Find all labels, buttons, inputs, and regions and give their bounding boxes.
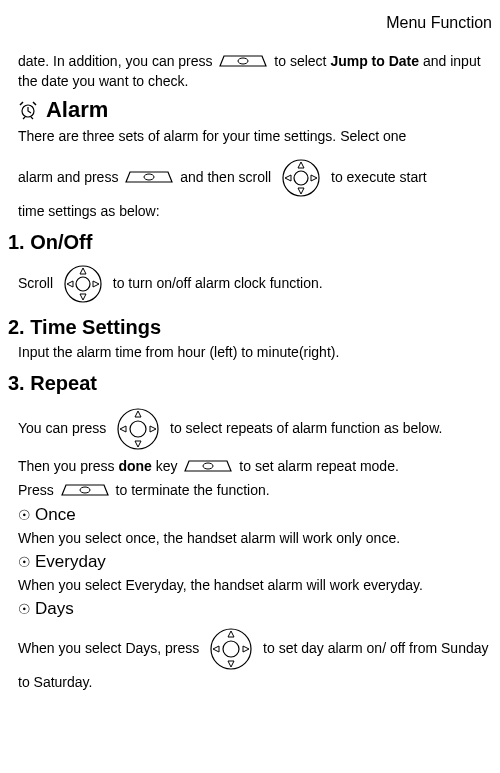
page-header: Menu Function	[8, 14, 492, 32]
onoff-body: Scroll to turn on/off alarm clock functi…	[18, 262, 492, 306]
svg-point-4	[294, 171, 308, 185]
repeat-line1: You can press to select repeats of alarm…	[18, 405, 492, 453]
svg-point-5	[65, 266, 101, 302]
nav-wheel-icon	[205, 625, 257, 673]
repeat-line3b: to terminate the function.	[116, 482, 270, 498]
svg-point-9	[203, 463, 213, 469]
nav-wheel-icon	[59, 262, 107, 306]
repeat-line3: Press to terminate the function.	[18, 481, 492, 501]
intro-text-1: date. In addition, you can press	[18, 53, 216, 69]
intro-bold: Jump to Date	[330, 53, 419, 69]
alarm-line3: time settings as below:	[18, 202, 492, 221]
bullet-icon: ☉	[18, 601, 31, 617]
repeat-line2c: to set alarm repeat mode.	[239, 458, 399, 474]
days-title-row: ☉ Days	[18, 599, 492, 619]
alarm-line1: There are three sets of alarm for your t…	[18, 127, 492, 146]
svg-point-7	[118, 409, 158, 449]
days-body-a: When you select Days, press	[18, 640, 203, 656]
timesettings-body: Input the alarm time from hour (left) to…	[18, 343, 492, 362]
everyday-title-row: ☉ Everyday	[18, 552, 492, 572]
intro-paragraph: date. In addition, you can press to sele…	[18, 52, 492, 91]
bullet-icon: ☉	[18, 507, 31, 523]
onoff-scroll-b: to turn on/off alarm clock function.	[113, 275, 323, 291]
bullet-icon: ☉	[18, 554, 31, 570]
svg-point-0	[238, 58, 248, 64]
onoff-title: 1. On/Off	[8, 231, 492, 254]
once-body: When you select once, the handset alarm …	[18, 529, 492, 548]
alarm-clock-icon	[18, 100, 38, 120]
alarm-line2c: to execute start	[331, 169, 427, 185]
repeat-done: done	[118, 458, 151, 474]
nav-wheel-icon	[277, 156, 325, 200]
repeat-line2: Then you press done key to set alarm rep…	[18, 457, 492, 477]
repeat-line2b: key	[156, 458, 182, 474]
repeat-title: 3. Repeat	[8, 372, 492, 395]
svg-point-11	[211, 629, 251, 669]
svg-point-10	[80, 487, 90, 493]
alarm-line2: alarm and press and then scroll to execu…	[18, 156, 492, 200]
once-title: Once	[35, 505, 76, 525]
timesettings-title: 2. Time Settings	[8, 316, 492, 339]
soft-key-icon	[183, 457, 233, 477]
nav-wheel-icon	[112, 405, 164, 453]
soft-key-icon	[218, 52, 268, 72]
repeat-line2a: Then you press	[18, 458, 118, 474]
once-title-row: ☉ Once	[18, 505, 492, 525]
everyday-title: Everyday	[35, 552, 106, 572]
svg-point-2	[144, 174, 154, 180]
svg-point-6	[76, 277, 90, 291]
everyday-body: When you select Everyday, the handset al…	[18, 576, 492, 595]
alarm-line2b: and then scroll	[180, 169, 275, 185]
repeat-line1b: to select repeats of alarm function as b…	[170, 420, 442, 436]
repeat-line1a: You can press	[18, 420, 110, 436]
soft-key-icon	[124, 168, 174, 188]
alarm-title: Alarm	[46, 97, 108, 123]
svg-point-12	[223, 641, 239, 657]
repeat-line3a: Press	[18, 482, 58, 498]
days-title: Days	[35, 599, 74, 619]
intro-text-2: to select	[274, 53, 330, 69]
days-body: When you select Days, press to set day a…	[18, 625, 492, 692]
onoff-scroll-a: Scroll	[18, 275, 57, 291]
svg-point-3	[283, 160, 319, 196]
svg-point-8	[130, 421, 146, 437]
soft-key-icon	[60, 481, 110, 501]
alarm-line2a: alarm and press	[18, 169, 122, 185]
